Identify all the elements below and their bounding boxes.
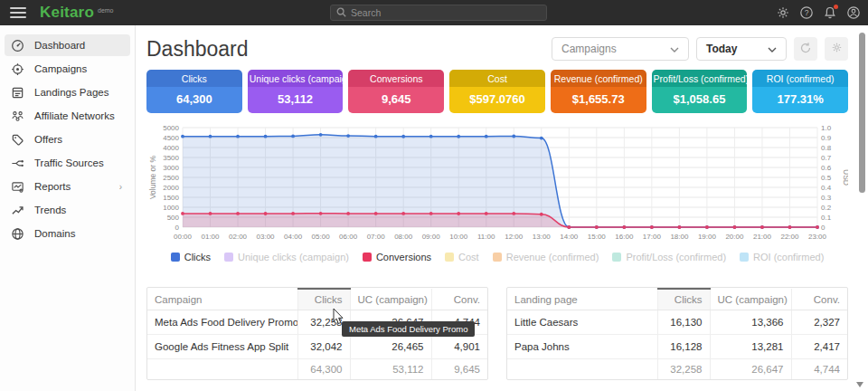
stat-card[interactable]: Profit/Loss (confirmed) $1,058.65	[652, 70, 748, 113]
legend-item[interactable]: Conversions	[363, 252, 431, 262]
svg-text:11:00: 11:00	[477, 233, 495, 241]
chart-legend: Clicks Unique clicks (campaign) Conversi…	[146, 252, 848, 262]
stat-cards: Clicks 64,300Unique clicks (campaign) 53…	[146, 70, 848, 113]
svg-text:0: 0	[175, 224, 180, 232]
svg-text:2000: 2000	[163, 184, 179, 192]
svg-text:06:00: 06:00	[339, 233, 358, 241]
column-header[interactable]: Conv.	[431, 289, 487, 310]
page-title: Dashboard	[146, 37, 249, 62]
legend-swatch	[224, 253, 233, 262]
row-value-cell: 13,366	[710, 310, 791, 335]
legend-label: Profit/Loss (confirmed)	[626, 252, 726, 262]
svg-text:10:00: 10:00	[449, 233, 468, 241]
sidebar-item-trends[interactable]: Trends	[5, 199, 130, 221]
domains-icon	[11, 227, 24, 241]
sidebar-item-campaigns[interactable]: Campaigns	[5, 58, 130, 80]
campaigns-filter-select[interactable]: Campaigns	[552, 37, 689, 61]
column-header[interactable]: UC (campaign)	[710, 289, 791, 310]
menu-icon[interactable]	[10, 7, 26, 18]
search-box[interactable]	[330, 5, 547, 21]
column-header[interactable]: Landing page	[507, 289, 657, 310]
legend-label: Conversions	[376, 252, 431, 262]
svg-text:12:00: 12:00	[505, 233, 524, 241]
stat-card[interactable]: Clicks 64,300	[146, 70, 242, 113]
search-input[interactable]	[351, 7, 541, 18]
offers-icon	[11, 133, 24, 147]
search-icon	[336, 5, 346, 21]
column-header[interactable]: Clicks	[657, 289, 710, 310]
row-name-cell[interactable]: Little Caesars	[507, 310, 657, 335]
sidebar-item-dashboard[interactable]: Dashboard	[5, 34, 130, 56]
legend-item[interactable]: Profit/Loss (confirmed)	[612, 252, 726, 262]
legend-item[interactable]: Revenue (confirmed)	[493, 252, 599, 262]
sidebar-item-offers[interactable]: Offers	[5, 129, 130, 150]
row-name-cell[interactable]: Google Ads Fitness App Split	[147, 335, 297, 359]
row-name-cell[interactable]: Papa Johns	[507, 335, 657, 359]
scroll-down-icon[interactable]	[856, 382, 863, 387]
legend-label: Cost	[458, 252, 479, 262]
notifications-icon[interactable]	[823, 5, 837, 20]
stat-card[interactable]: ROI (confirmed) 177.31%	[752, 70, 848, 113]
chevron-down-icon	[670, 43, 679, 55]
svg-text:16:00: 16:00	[615, 233, 634, 241]
legend-item[interactable]: Cost	[445, 252, 479, 262]
scrollbar-thumb[interactable]	[859, 33, 865, 193]
topbar-icons: ?	[776, 0, 861, 25]
stat-card-value: 53,112	[248, 87, 344, 113]
svg-text:18:00: 18:00	[670, 233, 689, 241]
stat-card-label: Conversions	[348, 70, 444, 87]
stat-card-label: Cost	[449, 70, 545, 87]
settings-icon[interactable]	[776, 5, 790, 20]
account-icon[interactable]	[846, 5, 861, 20]
svg-text:0.6: 0.6	[821, 164, 832, 172]
stat-card[interactable]: Revenue (confirmed) $1,655.73	[551, 70, 646, 113]
svg-text:Volume or %: Volume or %	[148, 155, 157, 199]
column-header[interactable]: Conv.	[791, 289, 847, 310]
table-row[interactable]: Little Caesars16,13013,3662,327	[507, 310, 847, 335]
svg-text:15:00: 15:00	[588, 233, 607, 241]
help-icon[interactable]: ?	[799, 5, 814, 20]
sidebar-item-domains[interactable]: Domains	[5, 223, 130, 244]
svg-text:1000: 1000	[163, 204, 179, 212]
legend-item[interactable]: Clicks	[171, 252, 211, 262]
date-range-select[interactable]: Today	[696, 37, 787, 61]
svg-text:1.0: 1.0	[821, 124, 832, 132]
sidebar-item-traffic-sources[interactable]: Traffic Sources	[5, 152, 130, 174]
dashboard-settings-button[interactable]	[825, 37, 848, 61]
column-header[interactable]: UC (campaign)	[350, 289, 431, 310]
sidebar-item-affiliate-networks[interactable]: Affiliate Networks	[5, 105, 130, 127]
column-header[interactable]: Clicks	[297, 289, 350, 310]
svg-text:0.7: 0.7	[821, 154, 832, 162]
stat-card-value: 64,300	[146, 87, 242, 113]
svg-text:4500: 4500	[163, 134, 179, 142]
total-cell	[147, 359, 297, 380]
row-value-cell: 26,465	[350, 335, 431, 359]
stat-card[interactable]: Unique clicks (campaign) 53,112	[248, 70, 344, 113]
stat-card[interactable]: Conversions 9,645	[348, 70, 444, 113]
sidebar-item-label: Campaigns	[34, 63, 87, 74]
row-tooltip: Meta Ads Food Delivery Promo	[342, 321, 475, 337]
svg-text:04:00: 04:00	[284, 233, 303, 241]
trends-icon	[11, 204, 24, 217]
row-name-cell[interactable]: Meta Ads Food Delivery Promo	[147, 310, 297, 335]
table-row[interactable]: Papa Johns16,12813,2812,417	[507, 335, 847, 359]
column-header[interactable]: Campaign	[147, 289, 297, 310]
app-logo[interactable]: Keitaro	[40, 4, 94, 22]
svg-text:13:00: 13:00	[533, 233, 552, 241]
svg-text:0.9: 0.9	[821, 134, 832, 142]
sidebar-item-reports[interactable]: Reports ›	[5, 176, 130, 197]
sidebar-item-landings-pages[interactable]: Landings Pages	[5, 81, 130, 103]
row-value-cell: 32,042	[297, 335, 350, 359]
legend-item[interactable]: ROI (confirmed)	[740, 252, 824, 262]
legend-item[interactable]: Unique clicks (campaign)	[224, 252, 349, 262]
topbar: Keitaro demo ?	[0, 0, 868, 25]
sidebar-item-label: Domains	[34, 228, 75, 239]
total-cell: 4,744	[791, 359, 847, 380]
svg-text:02:00: 02:00	[229, 233, 248, 241]
legend-swatch	[445, 253, 454, 262]
svg-text:03:00: 03:00	[257, 233, 276, 241]
refresh-button[interactable]	[794, 37, 817, 61]
table-row[interactable]: Google Ads Fitness App Split32,04226,465…	[147, 335, 487, 359]
sidebar-item-label: Landings Pages	[34, 87, 108, 98]
stat-card[interactable]: Cost $597.0760	[449, 70, 545, 113]
